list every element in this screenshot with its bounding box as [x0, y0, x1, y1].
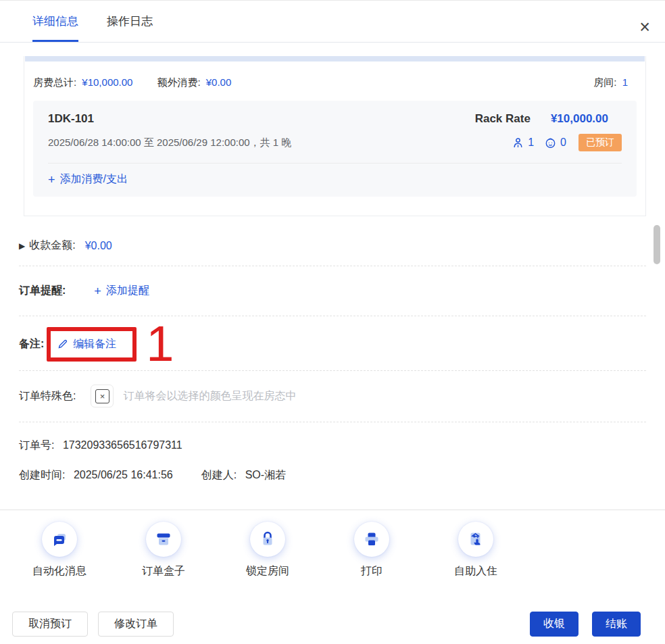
- quick-action-self-checkin[interactable]: 自助入住: [439, 522, 513, 578]
- created-time-label: 创建时间:: [19, 469, 65, 480]
- quick-action-label: 打印: [361, 564, 383, 578]
- plus-icon: +: [94, 286, 101, 297]
- tabbar: 详细信息 操作日志 ×: [0, 1, 665, 43]
- modify-order-button[interactable]: 修改订单: [98, 612, 174, 637]
- add-reminder-label: 添加提醒: [106, 284, 149, 298]
- rooms-value: 1: [622, 76, 628, 88]
- special-color-hint: 订单将会以选择的颜色呈现在房态中: [123, 389, 296, 403]
- quick-action-auto-message[interactable]: 自动化消息: [22, 522, 97, 578]
- cashier-button[interactable]: 收银: [530, 612, 578, 637]
- scrollbar-thumb[interactable]: [654, 225, 660, 264]
- room-fee-value: ¥10,000.00: [82, 76, 132, 88]
- quick-action-label: 自助入住: [454, 564, 497, 578]
- add-expense-link[interactable]: + 添加消费/支出: [48, 164, 128, 197]
- self-checkin-icon: [458, 522, 493, 557]
- divider: [19, 316, 646, 316]
- annotation-number: 1: [146, 320, 174, 368]
- tab-detail-info[interactable]: 详细信息: [32, 1, 78, 42]
- payment-amount-row[interactable]: ▶ 收款金额: ¥0.00: [19, 239, 646, 253]
- note-row: 备注: 编辑备注 1: [19, 320, 646, 368]
- payment-label: 收款金额:: [29, 239, 75, 253]
- extra-consumption: 额外消费: ¥0.00: [157, 76, 231, 89]
- footer-bar: 取消预订 修改订单 收银 结账: [0, 612, 665, 637]
- rooms-count: 房间: 1: [593, 76, 628, 89]
- room-name: 1DK-101: [48, 112, 94, 126]
- room-fee-total: 房费总计: ¥10,000.00: [33, 76, 132, 89]
- payment-value: ¥0.00: [85, 240, 112, 252]
- child-count: 0: [560, 137, 566, 149]
- quick-action-label: 订单盒子: [142, 564, 185, 578]
- note-label: 备注:: [19, 337, 44, 351]
- quick-action-print[interactable]: 打印: [335, 522, 409, 578]
- edit-note-link[interactable]: 编辑备注: [57, 337, 116, 351]
- add-expense-label: 添加消费/支出: [60, 172, 128, 187]
- created-time-value: 2025/06/25 16:41:56: [74, 469, 173, 480]
- room-card: 1DK-101 Rack Rate ¥10,000.00 2025/06/28 …: [33, 101, 637, 197]
- divider: [19, 370, 646, 371]
- quick-action-label: 自动化消息: [32, 564, 87, 578]
- special-color-label: 订单特殊色:: [19, 389, 76, 403]
- reminder-label: 订单提醒:: [19, 284, 66, 298]
- order-number-row: 订单号: 17320933656516797311: [19, 439, 646, 453]
- quick-actions: 自动化消息 订单盒子 锁定房间: [0, 510, 665, 578]
- order-number-value: 17320933656516797311: [63, 439, 182, 451]
- order-reminder-row: 订单提醒: + 添加提醒: [19, 284, 646, 298]
- creator-label: 创建人:: [201, 469, 237, 480]
- add-reminder-link[interactable]: + 添加提醒: [94, 284, 149, 298]
- close-icon[interactable]: ×: [639, 18, 650, 36]
- extra-value: ¥0.00: [206, 76, 232, 88]
- checkout-button[interactable]: 结账: [592, 612, 641, 637]
- order-number-label: 订单号:: [19, 439, 54, 451]
- creator-value: SO-湘若: [245, 469, 286, 480]
- adult-icon: [512, 137, 524, 149]
- pencil-icon: [57, 339, 68, 349]
- rooms-label: 房间:: [593, 76, 616, 88]
- order-detail-dialog: 详细信息 操作日志 × 房费总计: ¥10,000.00 额外消费: ¥0.00…: [0, 1, 665, 644]
- lock-icon: [250, 522, 285, 557]
- edit-note-label: 编辑备注: [73, 337, 116, 351]
- plus-icon: +: [48, 174, 55, 185]
- printer-icon: [354, 522, 389, 557]
- card-divider: [48, 163, 622, 164]
- special-color-row: 订单特殊色: × 订单将会以选择的颜色呈现在房态中: [19, 385, 646, 407]
- room-fee-panel: 房费总计: ¥10,000.00 额外消费: ¥0.00 房间: 1 1DK-1…: [24, 56, 646, 216]
- status-badge: 已预订: [578, 134, 622, 151]
- clipped-header-bar: [25, 56, 645, 61]
- message-icon: [42, 522, 77, 557]
- quick-action-order-box[interactable]: 订单盒子: [126, 522, 201, 578]
- child-icon: [545, 137, 556, 149]
- cancel-reservation-button[interactable]: 取消预订: [12, 612, 88, 637]
- caret-right-icon: ▶: [19, 241, 25, 251]
- room-fee-label: 房费总计:: [33, 76, 76, 88]
- rate-plan-name: Rack Rate: [475, 112, 531, 126]
- stay-date-range: 2025/06/28 14:00:00 至 2025/06/29 12:00:0…: [48, 137, 291, 149]
- guest-counts: 1 0: [512, 137, 573, 149]
- adult-count: 1: [528, 137, 534, 149]
- color-picker-button[interactable]: ×: [91, 385, 114, 407]
- created-row: 创建时间: 2025/06/25 16:41:56 创建人: SO-湘若: [19, 468, 646, 482]
- extra-label: 额外消费:: [157, 76, 200, 88]
- divider: [19, 266, 646, 266]
- created-time-group: 创建时间: 2025/06/25 16:41:56: [19, 468, 173, 482]
- order-box-icon: [146, 522, 181, 557]
- quick-action-lock-room[interactable]: 锁定房间: [230, 522, 305, 578]
- no-color-icon: ×: [95, 389, 109, 403]
- divider: [19, 422, 646, 422]
- quick-action-label: 锁定房间: [246, 564, 289, 578]
- rate-amount: ¥10,000.00: [551, 112, 608, 126]
- fee-summary-row: 房费总计: ¥10,000.00 额外消费: ¥0.00 房间: 1: [24, 61, 645, 89]
- tab-operation-log[interactable]: 操作日志: [107, 1, 153, 42]
- creator-group: 创建人: SO-湘若: [201, 468, 286, 482]
- annotation-highlight-box: 编辑备注: [47, 327, 137, 362]
